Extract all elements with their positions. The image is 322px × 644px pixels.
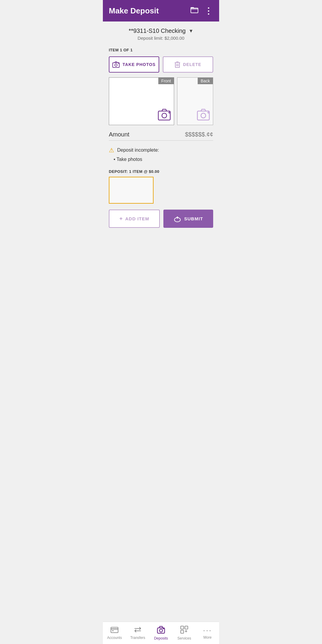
svg-text:+: + [207, 110, 210, 115]
camera-add-back-icon: + [197, 109, 210, 122]
transfers-label: Transfers [130, 636, 145, 640]
svg-text:+: + [168, 110, 171, 115]
action-buttons: + TAKE PHOTOS DELETE [109, 56, 213, 73]
warning-text: Deposit incomplete: [117, 147, 159, 153]
svg-point-2 [115, 64, 117, 66]
svg-text:+: + [118, 62, 120, 65]
back-label: Back [198, 78, 213, 84]
svg-point-16 [160, 629, 162, 632]
warning-section: ⚠ Deposit incomplete: • Take photos [109, 147, 213, 162]
submit-label: SUBMIT [184, 216, 203, 221]
camera-add-front-icon: + [158, 109, 171, 122]
svg-point-9 [201, 113, 206, 118]
trash-icon [175, 61, 180, 68]
account-selector-area: **9311-S10 Checking ▼ Deposit limit: $2,… [103, 21, 219, 43]
services-icon [180, 625, 188, 635]
camera-icon: + [112, 61, 120, 68]
take-photos-button[interactable]: + TAKE PHOTOS [109, 56, 159, 73]
account-selector[interactable]: **9311-S10 Checking ▼ [129, 27, 193, 34]
item-label: ITEM 1 OF 1 [109, 48, 213, 52]
delete-button[interactable]: DELETE [163, 56, 213, 73]
front-label: Front [158, 78, 174, 84]
amount-label: Amount [109, 131, 129, 138]
upload-icon [174, 216, 181, 222]
bottom-nav: Accounts Transfers Deposits [103, 622, 219, 644]
svg-point-17 [163, 628, 164, 629]
nav-deposits[interactable]: Deposits [149, 624, 173, 643]
nav-accounts[interactable]: Accounts [103, 624, 126, 643]
warning-item-take-photos: • Take photos [109, 157, 213, 162]
svg-rect-18 [181, 626, 184, 629]
deposit-limit: Deposit limit: $2,000.00 [109, 36, 213, 41]
transfers-icon [134, 626, 142, 634]
add-item-button[interactable]: + ADD ITEM [109, 210, 160, 228]
accounts-icon [110, 626, 119, 634]
warning-header: ⚠ Deposit incomplete: [109, 147, 213, 154]
accounts-label: Accounts [107, 636, 122, 640]
photo-front[interactable]: Front + [109, 77, 174, 125]
submit-button[interactable]: SUBMIT [163, 210, 213, 228]
svg-rect-12 [111, 627, 118, 633]
bottom-actions: + ADD ITEM SUBMIT [109, 210, 213, 228]
plus-icon: + [119, 216, 123, 222]
check-thumbnail[interactable] [109, 177, 154, 204]
nav-transfers[interactable]: Transfers [126, 624, 149, 643]
warning-icon: ⚠ [109, 147, 114, 154]
photo-row: Front + Back + [109, 77, 213, 125]
more-icon: ··· [203, 626, 212, 634]
services-label: Services [177, 636, 191, 640]
amount-input[interactable] [154, 131, 213, 138]
svg-rect-14 [112, 630, 114, 631]
page-title: Make Deposit [109, 6, 159, 16]
overflow-menu-icon[interactable]: ⋮ [204, 6, 213, 16]
folder-icon[interactable] [191, 7, 198, 15]
amount-row: Amount [109, 131, 213, 141]
chevron-down-icon: ▼ [189, 28, 193, 34]
header-actions: ⋮ [191, 6, 213, 16]
main-content: ITEM 1 OF 1 + TAKE PHOTOS DELETE Front [103, 43, 219, 622]
deposits-label: Deposits [154, 636, 168, 640]
nav-more[interactable]: ··· More [196, 624, 219, 643]
more-label: More [203, 635, 211, 640]
photo-back[interactable]: Back + [177, 77, 213, 125]
svg-point-6 [162, 113, 167, 118]
nav-services[interactable]: Services [173, 624, 196, 643]
svg-rect-19 [185, 626, 188, 629]
deposit-summary: DEPOSIT: 1 ITEM @ $0.00 [109, 169, 213, 174]
svg-rect-20 [181, 630, 184, 633]
svg-rect-13 [111, 628, 118, 629]
header: Make Deposit ⋮ [103, 0, 219, 21]
account-name: **9311-S10 Checking [129, 27, 185, 34]
deposits-icon [157, 625, 165, 635]
add-item-label: ADD ITEM [125, 216, 149, 221]
